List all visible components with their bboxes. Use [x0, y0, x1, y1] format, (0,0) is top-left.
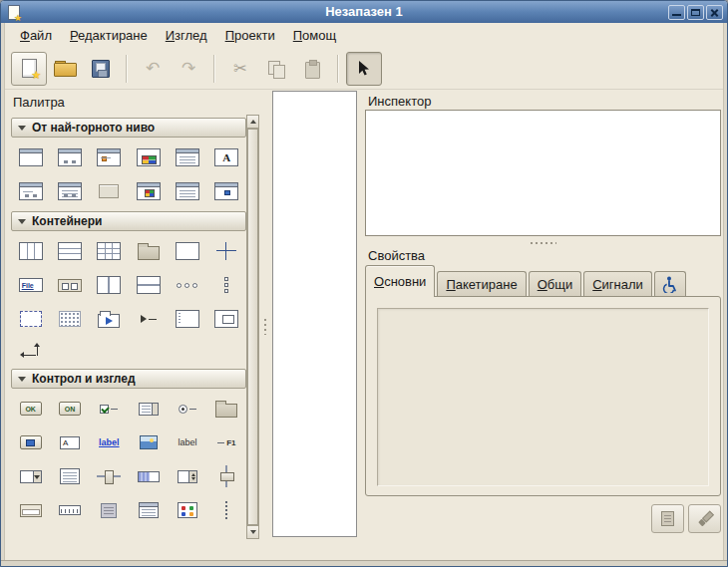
palette-item-fixed[interactable] — [207, 234, 246, 268]
palette-section-containers[interactable]: Контейнери — [11, 211, 246, 231]
palette-item-combo-box[interactable] — [207, 392, 246, 425]
palette-item-image[interactable] — [129, 425, 168, 459]
palette-section-controls[interactable]: Контрол и изглед — [11, 369, 246, 389]
palette-item-vbuttonbox[interactable] — [207, 268, 246, 302]
toolbar-separator — [337, 55, 339, 83]
undo-button[interactable] — [135, 52, 171, 86]
palette-item-about-dialog[interactable] — [207, 174, 246, 208]
info-button[interactable] — [651, 504, 684, 533]
menu-file[interactable]: Файл — [11, 25, 61, 46]
palette-item-file-selection[interactable] — [168, 141, 206, 174]
palette-item-file-chooser-dialog[interactable] — [168, 174, 206, 208]
window-controls — [668, 5, 723, 20]
menu-help[interactable]: Помощ — [284, 25, 345, 46]
menu-view[interactable]: Изглед — [157, 25, 216, 46]
palette-item-check-button[interactable] — [90, 392, 129, 425]
cut-button[interactable] — [222, 52, 258, 86]
scroll-down-button[interactable] — [247, 525, 258, 538]
tab-accessibility[interactable] — [654, 271, 686, 296]
palette-item-input-dialog[interactable] — [11, 174, 50, 208]
palette-item-image-button[interactable] — [11, 425, 50, 459]
palette-item-handlebox[interactable] — [168, 302, 206, 336]
palette-grid-controls: OK ON A label label F1 — [11, 392, 246, 527]
palette-item-toggle-button[interactable]: ON — [50, 392, 89, 425]
palette-item-tree-view[interactable] — [129, 493, 168, 527]
selector-button[interactable] — [346, 52, 382, 86]
palette-item-vpaned[interactable] — [129, 268, 168, 302]
palette-item-window[interactable] — [11, 141, 50, 174]
palette-item-plug[interactable] — [90, 174, 129, 208]
palette-item-aspectframe[interactable] — [207, 302, 246, 336]
close-button[interactable] — [706, 5, 723, 20]
palette-item-option-menu[interactable] — [129, 392, 168, 425]
palette-item-font-selection[interactable]: A — [207, 141, 246, 174]
redo-button[interactable] — [171, 52, 206, 86]
icon-part — [100, 405, 109, 414]
edit-button[interactable] — [688, 504, 721, 533]
palette-item-icon-view[interactable] — [168, 493, 206, 527]
palette-item-color-selection[interactable] — [129, 141, 168, 174]
palette-item-message-dialog[interactable] — [90, 141, 129, 174]
palette-item-alignment[interactable] — [168, 234, 206, 268]
palette-item-notebook[interactable] — [90, 302, 129, 336]
palette-item-hbuttonbox[interactable] — [168, 268, 206, 302]
palette-item-radio-button[interactable] — [168, 392, 206, 425]
palette-item-combo-box-entry[interactable] — [11, 459, 50, 493]
tab-general[interactable]: Основни — [365, 265, 435, 297]
minimize-button[interactable] — [668, 5, 685, 20]
menu-edit[interactable]: Редактиране — [61, 25, 157, 46]
menu-projects[interactable]: Проекти — [216, 25, 284, 46]
tab-packing[interactable]: Пакетиране — [437, 271, 526, 296]
app-window: Незапазен 1 Файл Редактиране Изглед Прое… — [0, 0, 728, 567]
palette-scrollbar[interactable] — [246, 115, 259, 539]
palette-item-menubar[interactable]: File — [11, 268, 50, 302]
scrollbar-thumb[interactable] — [247, 129, 258, 525]
palette-item-viewport[interactable] — [11, 302, 50, 336]
open-button[interactable] — [47, 52, 83, 86]
copy-button[interactable] — [258, 52, 294, 86]
palette-item-vbox[interactable] — [50, 234, 89, 268]
palette-item-frame[interactable] — [129, 234, 168, 268]
palette-item-table[interactable] — [90, 234, 129, 268]
inspector-tree[interactable] — [365, 110, 721, 236]
palette-item-statusbar[interactable] — [11, 493, 50, 527]
palette-item-scrolledwindow[interactable] — [50, 302, 89, 336]
palette-item-text-view[interactable] — [50, 459, 89, 493]
palette-panel: От най-горното ниво A Контейнери — [11, 115, 246, 539]
save-button[interactable] — [83, 52, 119, 86]
palette-item-vscale[interactable] — [207, 459, 246, 493]
palette-item-file-chooser[interactable] — [50, 174, 89, 208]
palette-item-hscale[interactable] — [90, 459, 129, 493]
maximize-button[interactable] — [687, 5, 704, 20]
new-button[interactable] — [11, 52, 47, 86]
palette-item-expander[interactable] — [129, 302, 168, 336]
design-canvas[interactable] — [272, 91, 357, 537]
palette-item-progress-bar[interactable] — [129, 459, 168, 493]
toolbar-widget-icon — [58, 279, 82, 292]
palette-item-hpaned[interactable] — [90, 268, 129, 302]
palette-item-color-selection-dialog[interactable] — [129, 174, 168, 208]
palette-item-link-label[interactable]: label — [90, 425, 129, 459]
palette-item-toolbar[interactable] — [50, 268, 89, 302]
vertical-pane-handle[interactable] — [261, 115, 270, 539]
text-view-icon — [60, 468, 80, 484]
palette-item-label[interactable]: label — [168, 425, 206, 459]
horizontal-pane-handle[interactable] — [365, 239, 721, 247]
paste-button[interactable] — [294, 52, 330, 86]
palette-item-hbox[interactable] — [11, 234, 50, 268]
palette-section-toplevel[interactable]: От най-горното ниво — [11, 118, 246, 138]
scroll-up-button[interactable] — [247, 116, 258, 129]
icon-part — [180, 156, 195, 164]
palette-item-menu[interactable] — [90, 493, 129, 527]
tab-signals[interactable]: Сигнали — [583, 271, 652, 296]
palette-item-entry[interactable]: A — [50, 425, 89, 459]
palette-item-dialog[interactable] — [50, 141, 89, 174]
palette-item-button[interactable]: OK — [11, 392, 50, 425]
palette-item-hruler[interactable] — [50, 493, 89, 527]
palette-item-accel-label[interactable]: F1 — [207, 425, 246, 459]
tab-common[interactable]: Общи — [529, 271, 582, 296]
palette-item-vseparator[interactable] — [207, 493, 246, 527]
palette-item-spin-button[interactable] — [168, 459, 206, 493]
titlebar[interactable]: Незапазен 1 — [1, 1, 727, 23]
palette-item-curve[interactable] — [11, 336, 50, 366]
